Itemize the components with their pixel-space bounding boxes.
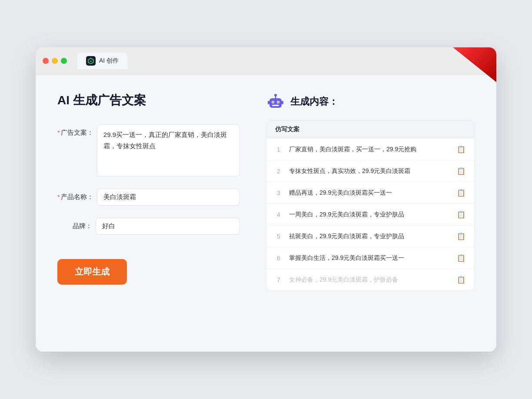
titlebar: AI AI 创作 [36,47,496,75]
copy-icon[interactable]: 📋 [457,254,466,262]
ad-copy-input[interactable]: 29.9买一送一，真正的厂家直销，美白淡斑霜，专抹女性斑点 [97,124,240,176]
tab-label: AI 创作 [99,57,119,65]
right-header: 生成内容： [266,92,475,111]
row-number: 2 [275,168,282,175]
row-text: 赠品再送，29.9元美白淡斑霜买一送一 [289,188,450,197]
product-name-input[interactable] [97,189,240,206]
robot-icon [266,92,285,111]
results-table: 仿写文案 1厂家直销，美白淡斑霜，买一送一，29.9元抢购📋2专抹女性斑点，真实… [266,120,475,291]
ai-tab-icon: AI [86,56,96,66]
row-number: 4 [275,211,282,218]
svg-point-7 [273,102,274,103]
copy-icon[interactable]: 📋 [457,276,466,284]
product-name-label: *产品名称： [57,189,93,201]
row-text: 女神必备，29.9元美白淡斑霜，护肤必备 [289,275,450,284]
table-row: 6掌握美白生活，29.9元美白淡斑霜买一送一📋 [266,247,474,269]
page-title: AI 生成广告文案 [57,92,240,109]
svg-rect-10 [268,101,269,104]
form-group-ad-copy: *广告文案： 29.9买一送一，真正的厂家直销，美白淡斑霜，专抹女性斑点 [57,124,240,176]
brand-label: 品牌： [57,218,92,230]
table-row: 3赠品再送，29.9元美白淡斑霜买一送一📋 [266,182,474,204]
svg-rect-2 [269,98,282,108]
maximize-button[interactable] [61,58,67,64]
right-title: 生成内容： [290,95,338,108]
row-text: 一周美白，29.9元美白淡斑霜，专业护肤品 [289,210,450,219]
row-number: 3 [275,190,282,196]
copy-icon[interactable]: 📋 [457,145,466,153]
svg-text:AI: AI [90,60,92,63]
table-row: 5祛斑美白，29.9元美白淡斑霜，专业护肤品📋 [266,226,474,247]
minimize-button[interactable] [52,58,58,64]
row-number: 1 [275,146,282,153]
copy-icon[interactable]: 📋 [457,167,466,175]
results-list: 1厂家直销，美白淡斑霜，买一送一，29.9元抢购📋2专抹女性斑点，真实功效，29… [266,139,474,290]
form-group-brand: 品牌： [57,218,240,235]
right-panel: 生成内容： 仿写文案 1厂家直销，美白淡斑霜，买一送一，29.9元抢购📋2专抹女… [266,92,475,291]
traffic-lights [43,58,67,64]
table-row: 4一周美白，29.9元美白淡斑霜，专业护肤品📋 [266,204,474,226]
row-text: 厂家直销，美白淡斑霜，买一送一，29.9元抢购 [289,145,450,154]
generate-button[interactable]: 立即生成 [57,259,127,285]
ai-tab[interactable]: AI AI 创作 [77,53,127,69]
row-number: 7 [275,276,282,283]
close-button[interactable] [43,58,49,64]
row-number: 6 [275,255,282,262]
table-row: 2专抹女性斑点，真实功效，29.9元美白淡斑霜📋 [266,160,474,182]
row-text: 专抹女性斑点，真实功效，29.9元美白淡斑霜 [289,166,450,176]
main-content: AI 生成广告文案 *广告文案： 29.9买一送一，真正的厂家直销，美白淡斑霜，… [36,75,496,308]
left-panel: AI 生成广告文案 *广告文案： 29.9买一送一，真正的厂家直销，美白淡斑霜，… [57,92,240,291]
row-number: 5 [275,233,282,240]
required-star-2: * [57,193,60,200]
browser-window: AI AI 创作 AI 生成广告文案 *广告文案： 29.9买一送一，真正的厂家… [36,47,496,352]
ad-copy-label: *广告文案： [57,124,93,137]
svg-point-4 [274,94,277,96]
copy-icon[interactable]: 📋 [457,232,466,240]
form-group-product-name: *产品名称： [57,189,240,206]
table-row: 1厂家直销，美白淡斑霜，买一送一，29.9元抢购📋 [266,139,474,160]
svg-rect-11 [282,101,283,104]
row-text: 掌握美白生活，29.9元美白淡斑霜买一送一 [289,253,450,263]
table-row: 7女神必备，29.9元美白淡斑霜，护肤必备📋 [266,269,474,290]
required-star: * [57,129,60,136]
copy-icon[interactable]: 📋 [457,210,466,219]
svg-point-8 [278,102,279,103]
copy-icon[interactable]: 📋 [457,189,466,197]
table-header: 仿写文案 [266,120,474,139]
svg-rect-9 [272,105,279,106]
row-text: 祛斑美白，29.9元美白淡斑霜，专业护肤品 [289,232,450,241]
brand-input[interactable] [96,218,240,235]
